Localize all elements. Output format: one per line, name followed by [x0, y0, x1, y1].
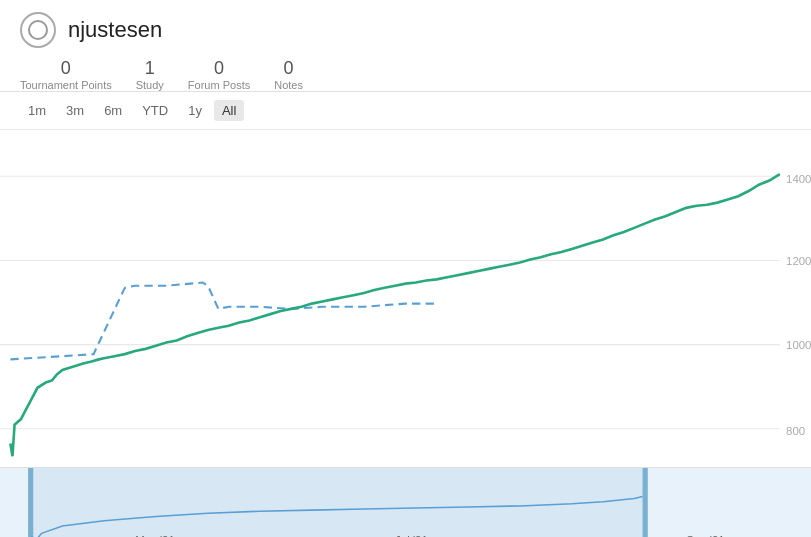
- stat-label-study: Study: [136, 79, 164, 91]
- time-btn-ytd[interactable]: YTD: [134, 100, 176, 121]
- main-chart-svg: 800 1000 1200 1400: [0, 130, 811, 467]
- y-label-1200: 1200: [786, 255, 811, 267]
- time-btn-1m[interactable]: 1m: [20, 100, 54, 121]
- username: njustesen: [68, 17, 162, 43]
- time-range: 1m 3m 6m YTD 1y All: [0, 92, 811, 130]
- mini-chart: May '21 Jul '21 Sep '21: [0, 467, 811, 537]
- rating-line: [10, 174, 779, 456]
- stat-label-tournament: Tournament Points: [20, 79, 112, 91]
- page: njustesen 0 Tournament Points 1 Study 0 …: [0, 0, 811, 537]
- stat-value-notes: 0: [284, 58, 294, 79]
- x-label-jul: Jul '21: [395, 533, 428, 537]
- stat-value-forum: 0: [214, 58, 224, 79]
- svg-point-0: [29, 21, 47, 39]
- dashed-blue-line: [10, 283, 436, 360]
- mini-handle-right[interactable]: [643, 468, 648, 537]
- stat-forum-posts: 0 Forum Posts: [188, 58, 250, 91]
- time-btn-3m[interactable]: 3m: [58, 100, 92, 121]
- stat-tournament-points: 0 Tournament Points: [20, 58, 112, 91]
- y-label-1000: 1000: [786, 339, 811, 351]
- x-label-sep: Sep '21: [686, 533, 724, 537]
- x-label-may: May '21: [135, 533, 175, 537]
- chart-container: 800 1000 1200 1400: [0, 130, 811, 537]
- time-btn-6m[interactable]: 6m: [96, 100, 130, 121]
- stat-label-forum: Forum Posts: [188, 79, 250, 91]
- stat-study[interactable]: 1 Study: [136, 58, 164, 91]
- time-btn-1y[interactable]: 1y: [180, 100, 210, 121]
- stat-value-tournament: 0: [61, 58, 71, 79]
- user-row: njustesen: [20, 12, 791, 48]
- stat-label-notes: Notes: [274, 79, 303, 91]
- main-chart: 800 1000 1200 1400: [0, 130, 811, 467]
- stat-value-study: 1: [145, 58, 155, 79]
- mini-selection: [31, 468, 644, 537]
- mini-handle-left[interactable]: [28, 468, 33, 537]
- time-btn-all[interactable]: All: [214, 100, 244, 121]
- mini-chart-svg: May '21 Jul '21 Sep '21: [0, 468, 811, 537]
- header: njustesen 0 Tournament Points 1 Study 0 …: [0, 0, 811, 92]
- stats-row: 0 Tournament Points 1 Study 0 Forum Post…: [20, 58, 791, 91]
- avatar: [20, 12, 56, 48]
- y-label-1400: 1400: [786, 173, 811, 185]
- y-label-800: 800: [786, 425, 805, 437]
- stat-notes[interactable]: 0 Notes: [274, 58, 303, 91]
